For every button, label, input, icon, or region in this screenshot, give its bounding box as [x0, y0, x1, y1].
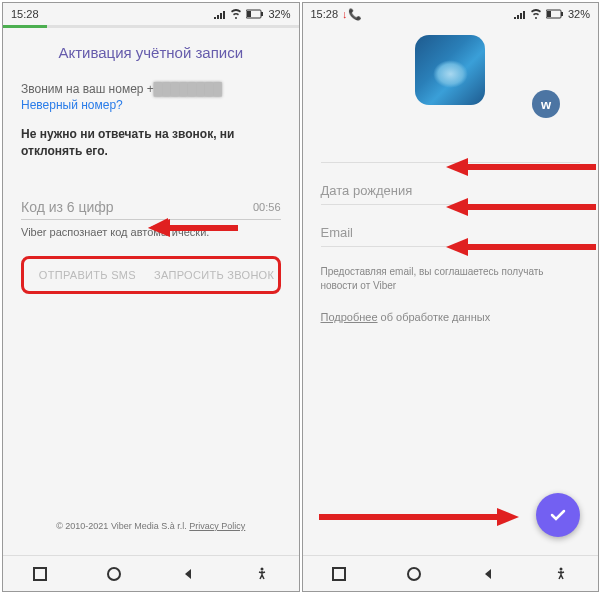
svg-rect-10 [547, 11, 551, 17]
send-sms-button[interactable]: ОТПРАВИТЬ SMS [24, 269, 151, 281]
nav-accessibility-icon[interactable] [554, 567, 568, 581]
svg-marker-21 [497, 508, 519, 526]
more-link-label[interactable]: Подробнее [321, 311, 378, 323]
status-bar: 15:28↓📞 32% [303, 3, 599, 25]
svg-rect-7 [168, 225, 238, 231]
avatar-image[interactable] [415, 35, 485, 105]
more-link-rest: об обработке данных [378, 311, 491, 323]
action-buttons-highlighted: ОТПРАВИТЬ SMS ЗАПРОСИТЬ ЗВОНОК [21, 256, 281, 294]
svg-marker-14 [446, 158, 468, 176]
battery-percent: 32% [268, 8, 290, 20]
svg-rect-3 [34, 568, 46, 580]
code-input[interactable]: Код из 6 цифр [21, 199, 114, 215]
svg-rect-19 [466, 244, 596, 250]
svg-marker-6 [148, 219, 170, 237]
nav-back-icon[interactable] [481, 567, 495, 581]
annotation-arrow-fab [319, 505, 519, 529]
nav-accessibility-icon[interactable] [255, 567, 269, 581]
phone-left-activation: 15:28 32% Активация учётной записи Звони… [2, 2, 300, 592]
calling-text: Звоним на ваш номер + [21, 82, 154, 96]
vk-badge-icon[interactable]: w [532, 90, 560, 118]
request-call-button[interactable]: ЗАПРОСИТЬ ЗВОНОК [151, 269, 278, 281]
call-indicator-icon: ↓📞 [342, 8, 362, 20]
nav-home-icon[interactable] [406, 566, 422, 582]
svg-marker-16 [446, 198, 468, 216]
svg-rect-11 [333, 568, 345, 580]
svg-rect-1 [261, 12, 263, 16]
status-time: 15:28↓📞 [311, 8, 362, 21]
annotation-arrow-name [446, 155, 596, 179]
android-nav-bar [303, 555, 599, 591]
nav-back-icon[interactable] [181, 567, 195, 581]
signal-icon [214, 9, 226, 19]
annotation-arrow-code [148, 216, 238, 240]
data-processing-link[interactable]: Подробнее об обработке данных [321, 311, 581, 323]
svg-rect-9 [561, 12, 563, 16]
svg-point-4 [108, 568, 120, 580]
wrong-number-link[interactable]: Неверный номер? [21, 98, 281, 112]
wifi-icon [530, 9, 542, 19]
signal-icon [514, 9, 526, 19]
confirm-fab-button[interactable] [536, 493, 580, 537]
status-icons: 32% [514, 8, 590, 20]
status-bar: 15:28 32% [3, 3, 299, 25]
email-consent-text: Предоставляя email, вы соглашаетесь полу… [321, 265, 581, 293]
privacy-policy-link[interactable]: Privacy Policy [189, 521, 245, 531]
battery-icon [246, 9, 264, 19]
copyright-text: © 2010-2021 Viber Media S.à r.l. [56, 521, 187, 531]
progress-bar [3, 25, 299, 28]
annotation-arrow-email [446, 235, 596, 259]
svg-marker-18 [446, 238, 468, 256]
android-nav-bar [3, 555, 299, 591]
svg-point-13 [560, 567, 563, 570]
battery-icon [546, 9, 564, 19]
checkmark-icon [548, 505, 568, 525]
nav-recent-icon[interactable] [33, 567, 47, 581]
progress-fill [3, 25, 47, 28]
nav-home-icon[interactable] [106, 566, 122, 582]
nav-recent-icon[interactable] [332, 567, 346, 581]
svg-rect-2 [247, 11, 251, 17]
annotation-arrow-birthday [446, 195, 596, 219]
status-time: 15:28 [11, 8, 39, 20]
footer-copyright: © 2010-2021 Viber Media S.à r.l. Privacy… [21, 521, 281, 531]
svg-rect-17 [466, 204, 596, 210]
battery-percent: 32% [568, 8, 590, 20]
svg-point-5 [260, 567, 263, 570]
svg-rect-15 [466, 164, 596, 170]
instruction-text: Не нужно ни отвечать на звонок, ни откло… [21, 126, 281, 160]
page-title: Активация учётной записи [21, 44, 281, 61]
phone-right-profile: 15:28↓📞 32% w Дата рождения Email Предос… [302, 2, 600, 592]
phone-number-masked: ████████ [154, 82, 222, 96]
wifi-icon [230, 9, 242, 19]
svg-point-12 [408, 568, 420, 580]
avatar-section: w [321, 35, 581, 105]
svg-rect-20 [319, 514, 499, 520]
status-icons: 32% [214, 8, 290, 20]
countdown-timer: 00:56 [253, 201, 281, 213]
